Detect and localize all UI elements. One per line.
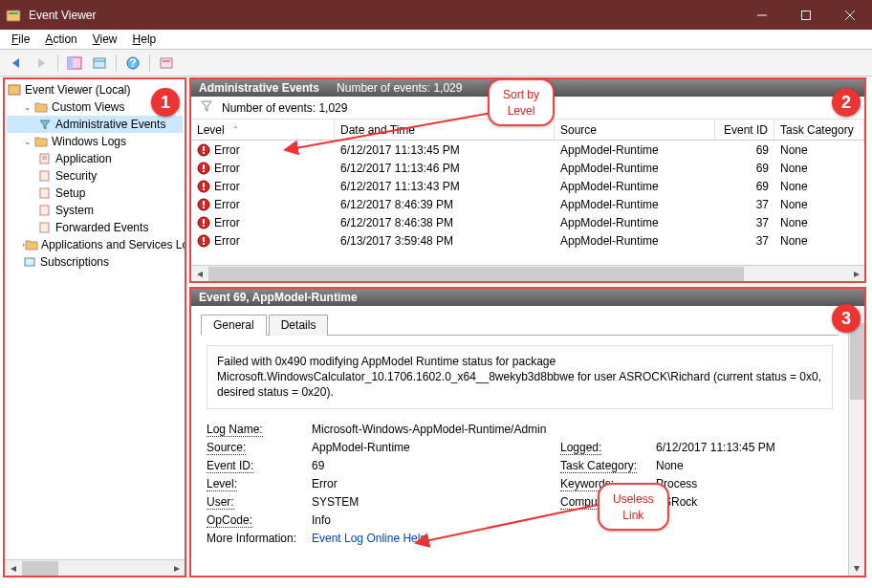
svg-rect-12 <box>161 58 172 68</box>
tree-subscriptions[interactable]: Subscriptions <box>7 253 183 271</box>
tab-general[interactable]: General <box>201 315 267 336</box>
scroll-right-icon[interactable]: ▸ <box>168 560 185 577</box>
list-count: Number of events: 1,029 <box>337 81 462 95</box>
back-button[interactable] <box>6 53 27 74</box>
collapse-icon[interactable]: ⌄ <box>22 102 33 112</box>
annotation-callout-sort: Sort by Level <box>488 78 555 126</box>
col-task-category[interactable]: Task Category <box>774 120 864 140</box>
window-title: Event Viewer <box>27 9 740 22</box>
svg-rect-3 <box>802 11 811 19</box>
eventviewer-icon <box>7 82 22 98</box>
tree-pane: Event Viewer (Local) ⌄ Custom Views Admi… <box>3 77 186 577</box>
scroll-left-icon[interactable]: ◂ <box>5 560 21 577</box>
annotation-badge-2: 2 <box>832 88 861 117</box>
detail-vertical-scrollbar[interactable]: ▴ ▾ <box>848 306 864 576</box>
svg-rect-18 <box>40 171 49 181</box>
svg-rect-37 <box>203 225 205 227</box>
titlebar: Event Viewer <box>0 0 872 30</box>
log-icon <box>37 203 53 218</box>
tree-admin-events[interactable]: Administrative Events <box>7 116 183 133</box>
event-rows[interactable]: Error6/12/2017 11:13:45 PMAppModel-Runti… <box>191 141 864 265</box>
tree-horizontal-scrollbar[interactable]: ◂ ▸ <box>5 559 185 576</box>
app-icon <box>0 8 27 23</box>
svg-rect-40 <box>203 243 205 245</box>
toolbar: ? <box>0 50 872 76</box>
funnel-icon <box>201 100 212 115</box>
table-row[interactable]: Error6/12/2017 11:13:45 PMAppModel-Runti… <box>191 141 864 159</box>
svg-rect-34 <box>203 207 205 208</box>
table-row[interactable]: Error6/12/2017 11:13:46 PMAppModel-Runti… <box>191 159 864 177</box>
event-message: Failed with 0x490 modifying AppModel Run… <box>207 345 833 409</box>
forward-button[interactable] <box>31 53 52 74</box>
svg-rect-21 <box>40 223 49 232</box>
tree-apps-services[interactable]: › Applications and Services Logs <box>7 236 183 253</box>
scroll-right-icon[interactable]: ▸ <box>848 266 864 282</box>
scroll-left-icon[interactable]: ◂ <box>191 266 207 282</box>
svg-rect-13 <box>163 60 170 62</box>
log-icon <box>37 185 53 201</box>
table-row[interactable]: Error6/12/2017 8:46:39 PMAppModel-Runtim… <box>191 195 864 213</box>
list-heading: Administrative Events <box>199 81 319 95</box>
scroll-thumb[interactable] <box>22 561 58 576</box>
svg-rect-24 <box>203 146 205 151</box>
svg-rect-1 <box>9 12 18 14</box>
help-button[interactable]: ? <box>122 53 143 74</box>
tree-forwarded[interactable]: Forwarded Events <box>7 219 183 236</box>
table-row[interactable]: Error6/12/2017 11:13:43 PMAppModel-Runti… <box>191 177 864 195</box>
tree-application[interactable]: Application <box>7 150 183 167</box>
event-properties: Log Name:Microsoft-Windows-AppModel-Runt… <box>201 421 839 548</box>
svg-rect-30 <box>203 183 205 187</box>
sort-asc-icon: ⌃ <box>232 125 239 134</box>
col-event-id[interactable]: Event ID <box>715 120 774 140</box>
detail-tabs: General Details <box>201 314 839 336</box>
menu-view[interactable]: View <box>87 31 123 48</box>
list-horizontal-scrollbar[interactable]: ◂ ▸ <box>191 265 864 281</box>
right-pane: Administrative Events Number of events: … <box>187 76 872 588</box>
show-hide-tree-button[interactable] <box>64 53 85 74</box>
svg-rect-33 <box>203 201 205 206</box>
tree-system[interactable]: System <box>7 202 183 219</box>
detail-heading: Event 69, AppModel-Runtime <box>191 289 864 306</box>
svg-rect-27 <box>203 164 205 169</box>
tree-setup[interactable]: Setup <box>7 185 183 202</box>
subscription-icon <box>22 254 37 270</box>
event-detail-section: Event 69, AppModel-Runtime General Detai… <box>189 287 866 577</box>
scroll-thumb[interactable] <box>850 323 864 400</box>
tree-security[interactable]: Security <box>7 167 183 185</box>
svg-rect-20 <box>40 206 49 215</box>
svg-rect-14 <box>9 85 20 95</box>
scroll-down-icon[interactable]: ▾ <box>849 559 864 576</box>
annotation-badge-3: 3 <box>832 304 861 333</box>
annotation-badge-1: 1 <box>151 88 180 117</box>
menu-file[interactable]: File <box>6 31 35 48</box>
tab-details[interactable]: Details <box>269 315 329 336</box>
svg-rect-7 <box>68 57 73 69</box>
log-icon <box>37 168 53 184</box>
maximize-button[interactable] <box>784 0 828 30</box>
minimize-button[interactable] <box>740 0 784 30</box>
menu-action[interactable]: Action <box>39 31 82 48</box>
collapse-icon[interactable]: ⌄ <box>22 137 33 146</box>
col-level[interactable]: Level⌃ <box>191 120 335 140</box>
online-help-link[interactable]: Event Log Online Help <box>312 532 426 545</box>
menu-help[interactable]: Help <box>127 31 163 48</box>
svg-rect-22 <box>25 258 34 266</box>
log-icon <box>37 220 53 235</box>
folder-icon <box>33 99 49 115</box>
tree-windows-logs[interactable]: ⌄ Windows Logs <box>7 133 183 150</box>
svg-rect-39 <box>203 237 205 242</box>
properties-button[interactable] <box>89 53 110 74</box>
close-button[interactable] <box>828 0 872 30</box>
col-source[interactable]: Source <box>555 120 715 140</box>
annotation-callout-useless: Useless Link <box>598 483 669 531</box>
scroll-thumb[interactable] <box>208 267 744 281</box>
filter-count: Number of events: 1,029 <box>222 101 347 115</box>
log-icon <box>37 151 53 166</box>
svg-rect-19 <box>40 188 49 198</box>
view-button[interactable] <box>156 53 177 74</box>
svg-rect-31 <box>203 188 205 190</box>
svg-rect-36 <box>203 219 205 224</box>
folder-icon <box>25 237 38 252</box>
table-row[interactable]: Error6/13/2017 3:59:48 PMAppModel-Runtim… <box>191 231 864 250</box>
table-row[interactable]: Error6/12/2017 8:46:38 PMAppModel-Runtim… <box>191 213 864 231</box>
